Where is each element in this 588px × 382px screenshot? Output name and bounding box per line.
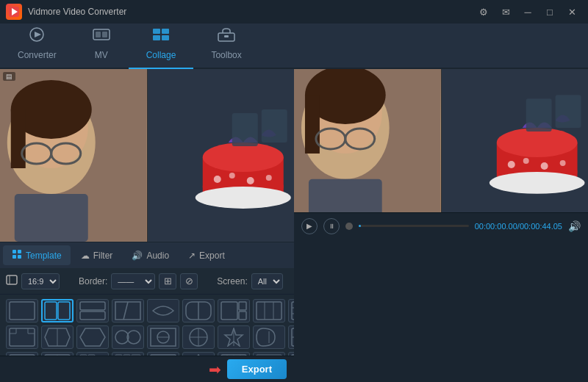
app-icon [6,4,22,20]
svg-rect-43 [80,311,105,320]
export-button[interactable]: Export [227,359,287,379]
nav-collage-label: Collage [146,50,176,60]
template-cell-7[interactable] [253,299,285,322]
svg-rect-21 [15,194,88,242]
border-label: Border: [79,276,107,286]
template-cell-18[interactable] [147,325,179,349]
tab-audio[interactable]: 🔊 Audio [123,247,178,264]
template-cell-1[interactable] [41,299,74,322]
svg-rect-31 [232,113,257,146]
export-tab-icon: ↗ [188,251,196,261]
tab-template[interactable]: Template [3,245,71,265]
right-cake-preview [442,69,589,212]
template-cell-4[interactable] [147,299,179,322]
converter-icon [27,26,46,47]
svg-point-177 [496,128,577,157]
template-cell-36[interactable] [288,352,294,356]
nav-collage[interactable]: Collage [129,21,194,69]
template-cell-14[interactable] [6,325,38,349]
tab-audio-label: Audio [146,251,169,261]
nav-mv-label: MV [95,50,108,60]
svg-rect-48 [221,302,237,320]
collage-icon [151,26,171,47]
export-arrow-icon: ➡ [209,361,221,378]
nav-converter[interactable]: Converter [0,21,74,69]
template-cell-8[interactable] [288,299,294,322]
border-select[interactable]: —— –— None [111,273,155,289]
preview-left: ▤ [0,69,147,242]
template-cell-21[interactable] [253,325,285,349]
svg-rect-51 [257,302,282,320]
screen-select[interactable]: All 1 2 [251,273,283,289]
template-cell-17[interactable] [112,325,144,349]
svg-rect-7 [153,29,160,34]
border-grid-btn[interactable]: ⊞ [159,273,176,289]
template-cell-30[interactable] [76,352,109,356]
template-cell-32[interactable] [147,352,179,356]
svg-rect-37 [7,275,17,284]
settings-btn[interactable]: ⚙ [473,4,494,20]
nav-mv[interactable]: MV [74,21,129,69]
template-cell-15[interactable] [41,325,74,349]
template-cell-16[interactable] [76,325,109,349]
svg-rect-35 [12,255,16,259]
template-cell-5[interactable] [182,299,215,322]
svg-rect-36 [18,255,21,259]
timeline-fill [359,225,361,227]
close-btn[interactable]: ✕ [562,4,582,20]
main-area: ▤ [0,69,588,382]
svg-rect-114 [80,355,87,356]
template-cell-19[interactable] [182,325,215,349]
minimize-btn[interactable]: ─ [517,4,538,20]
svg-rect-132 [257,355,282,356]
aspect-ratio-select[interactable]: 16:9 4:3 1:1 9:16 [21,273,60,289]
template-tab-icon [12,249,22,262]
template-cell-34[interactable] [218,352,250,356]
template-cell-31[interactable] [112,352,144,356]
template-cell-33[interactable] [182,352,215,356]
audio-tab-icon: 🔊 [132,251,143,261]
tab-bar: Template ☁ Filter 🔊 Audio ↗ Export [0,242,294,268]
template-cell-28[interactable] [6,352,38,356]
screen-group: Screen: All 1 2 [217,273,282,289]
svg-rect-184 [555,95,581,128]
template-cell-20[interactable] [218,325,250,349]
svg-point-29 [246,177,254,184]
right-panel: ▶ ⏸ 00:00:00.00/00:00:44.05 🔊 [294,69,588,382]
template-cell-22[interactable] [288,325,294,349]
template-cell-0[interactable] [6,299,38,322]
template-cell-3[interactable] [112,299,144,322]
mv-icon [92,26,111,47]
restore-btn[interactable]: □ [539,4,560,20]
window-controls: ⚙ ✉ ─ □ ✕ [473,4,582,20]
msg-btn[interactable]: ✉ [495,4,516,20]
svg-rect-120 [132,355,140,356]
left-panel: ▤ [0,69,294,382]
svg-rect-122 [151,355,176,356]
template-cell-35[interactable] [253,352,285,356]
svg-point-179 [507,161,514,168]
svg-rect-40 [45,302,57,320]
timeline-progress[interactable] [359,225,469,227]
playback-bar: ▶ ⏸ 00:00:00.00/00:00:44.05 🔊 [294,212,588,239]
svg-rect-8 [162,29,169,34]
border-hatch-btn[interactable]: ⊘ [180,273,198,289]
template-cell-6[interactable] [218,299,250,322]
svg-rect-136 [292,355,294,356]
pause-button[interactable]: ⏸ [323,218,340,234]
play-button[interactable]: ▶ [301,218,318,234]
svg-rect-32 [261,109,287,143]
svg-rect-118 [115,355,122,356]
svg-rect-75 [10,328,35,346]
svg-rect-42 [80,302,105,310]
timeline-dot [345,223,353,230]
template-cell-29[interactable] [41,352,74,356]
volume-icon[interactable]: 🔊 [568,220,581,232]
tab-export[interactable]: ↗ Export [179,247,234,264]
template-cell-2[interactable] [76,299,109,322]
svg-point-26 [195,187,290,209]
svg-rect-10 [162,35,169,40]
tab-filter[interactable]: ☁ Filter [72,247,122,264]
svg-marker-44 [115,302,140,320]
nav-toolbox[interactable]: Toolbox [193,21,259,69]
